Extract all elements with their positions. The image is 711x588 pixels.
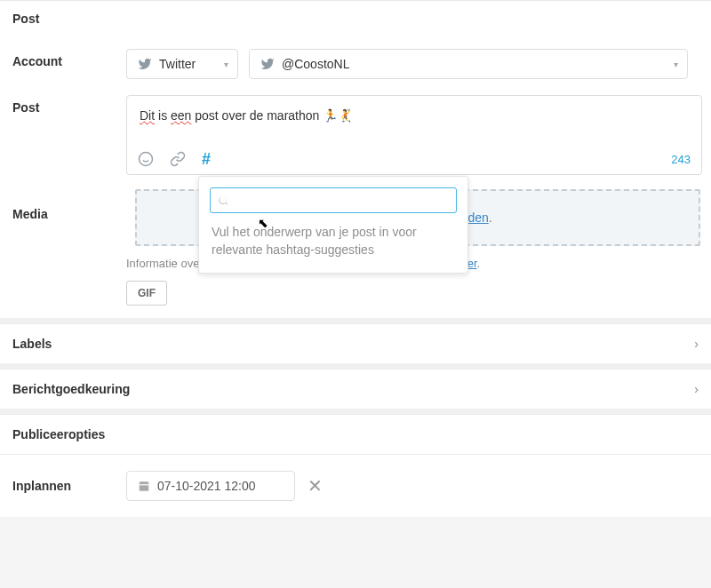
schedule-datetime-value: 07-10-2021 12:00 — [157, 479, 256, 493]
labels-title: Labels — [12, 337, 52, 351]
page-title: Post — [12, 12, 699, 26]
approval-accordion[interactable]: Berichtgoedkeuring › — [0, 369, 711, 409]
post-text-word: is — [155, 108, 171, 123]
search-icon — [218, 195, 230, 207]
hashtag-search-wrap — [210, 187, 457, 213]
schedule-label: Inplannen — [12, 479, 126, 493]
clear-date-icon[interactable]: ✕ — [308, 475, 323, 497]
twitter-icon — [138, 57, 152, 71]
post-text-word: een — [171, 108, 191, 123]
account-row: Account Twitter ▾ @CoostoNL ▾ — [0, 36, 711, 91]
account-dropdown[interactable]: @CoostoNL ▾ — [249, 49, 688, 79]
media-label: Media — [12, 187, 126, 221]
chevron-down-icon: ▾ — [674, 60, 678, 69]
gif-button[interactable]: GIF — [126, 281, 167, 306]
platform-name: Twitter — [159, 57, 196, 71]
chevron-right-icon: › — [694, 337, 699, 351]
svg-point-0 — [140, 153, 153, 166]
page-header: Post — [0, 0, 711, 36]
schedule-row: Inplannen 07-10-2021 12:00 ✕ — [0, 454, 711, 517]
schedule-datetime-input[interactable]: 07-10-2021 12:00 — [126, 471, 295, 501]
hashtag-hint: Vul het onderwerp van je post in voor re… — [199, 224, 467, 273]
account-label: Account — [12, 49, 126, 68]
chevron-down-icon: ▾ — [224, 60, 228, 69]
post-toolbar: # 243 ⬉ Vul het onderwerp van je post in… — [127, 146, 701, 174]
link-icon[interactable] — [170, 151, 186, 167]
post-composer: Dit is een post over de marathon 🏃🤾 # 24… — [126, 95, 702, 175]
calendar-icon — [138, 480, 150, 492]
platform-dropdown[interactable]: Twitter ▾ — [126, 49, 238, 79]
approval-title: Berichtgoedkeuring — [12, 382, 130, 396]
hashtag-popup: ⬉ Vul het onderwerp van je post in voor … — [198, 176, 468, 274]
labels-accordion[interactable]: Labels › — [0, 323, 711, 363]
chevron-right-icon: › — [694, 382, 699, 396]
account-handle: @CoostoNL — [282, 57, 349, 71]
twitter-icon — [260, 57, 275, 71]
post-label: Post — [12, 95, 126, 115]
emoji-icon[interactable] — [138, 151, 154, 167]
svg-rect-3 — [140, 481, 149, 491]
hashtag-search-input[interactable] — [236, 194, 449, 207]
post-text-word: Dit — [140, 108, 155, 123]
publish-accordion[interactable]: Publiceeropties — [0, 414, 711, 454]
publish-title: Publiceeropties — [12, 427, 105, 441]
char-count: 243 — [671, 153, 691, 166]
post-row: Post Dit is een post over de marathon 🏃🤾… — [0, 91, 711, 187]
hashtag-icon[interactable]: # — [202, 151, 211, 167]
post-text-rest: post over de marathon 🏃🤾 — [191, 108, 353, 123]
post-textarea[interactable]: Dit is een post over de marathon 🏃🤾 — [127, 96, 701, 146]
